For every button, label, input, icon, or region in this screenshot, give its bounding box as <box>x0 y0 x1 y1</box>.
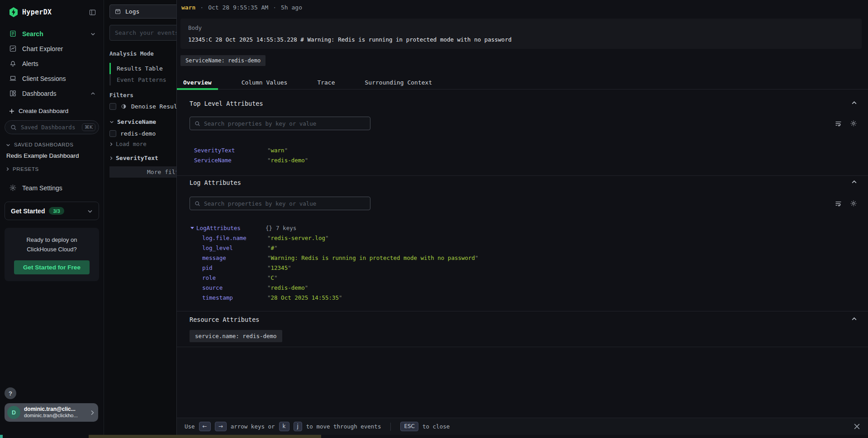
saved-dashboards-search[interactable]: Saved Dashboards ⌘K <box>5 120 99 134</box>
presets-group[interactable]: PRESETS <box>6 166 95 172</box>
attr-row[interactable]: role C <box>202 274 278 281</box>
sidebar-item-alerts[interactable]: Alerts <box>0 56 104 71</box>
help-button[interactable]: ? <box>5 387 16 399</box>
attr-key: pid <box>202 264 267 271</box>
attr-key: SeverityText <box>194 147 267 154</box>
chevron-right-icon <box>90 410 94 415</box>
search-results-icon <box>9 30 17 38</box>
load-more-link[interactable]: Load more <box>109 141 147 147</box>
chevron-right-icon <box>109 142 113 146</box>
plus-icon <box>9 108 14 114</box>
attr-key: timestamp <box>202 294 267 301</box>
sidebar: HyperDX Search Chart Explorer Alerts Cli… <box>0 0 104 438</box>
attr-row-severitytext[interactable]: SeverityText warn <box>194 147 288 154</box>
source-selector[interactable]: Logs <box>109 5 176 19</box>
more-filters-button[interactable]: More filters <box>109 166 176 178</box>
sidebar-item-chart-explorer[interactable]: Chart Explorer <box>0 41 104 56</box>
event-detail-drawer: warn · Oct 28 9:55:35 AM · 5h ago Body 1… <box>176 0 868 438</box>
top-level-attr-search-input[interactable] <box>204 120 365 127</box>
filter-group-servicename[interactable]: ServiceName <box>109 118 156 125</box>
attr-row[interactable]: source redis-demo <box>202 284 308 291</box>
sidebar-collapse-icon[interactable] <box>89 9 96 16</box>
attr-value: warn <box>267 147 288 154</box>
mode-results-table[interactable]: Results Table <box>109 63 166 74</box>
attr-row[interactable]: log_level # <box>202 245 278 251</box>
chevron-right-icon <box>109 156 113 160</box>
log-attributes-title: Log Attributes <box>190 179 241 186</box>
avatar: D <box>7 406 20 419</box>
close-drawer-icon[interactable] <box>854 423 860 430</box>
attr-value: Warning: Redis is running in protected m… <box>267 254 479 261</box>
resource-service-name-chip[interactable]: service.name: redis-demo <box>190 330 282 342</box>
denoise-label: Denoise Results <box>131 103 176 110</box>
filter-group-severitytext[interactable]: SeverityText <box>109 155 158 161</box>
denoise-results-toggle[interactable]: Denoise Results <box>109 103 176 110</box>
app-title: HyperDX <box>22 8 52 16</box>
body-label: Body <box>188 24 854 31</box>
mode-event-patterns[interactable]: Event Patterns <box>109 74 166 85</box>
user-menu[interactable]: D dominic.tran@clic... dominic.tran@clic… <box>5 403 98 422</box>
collapse-section-icon[interactable] <box>851 101 857 105</box>
saved-dashboards-label: SAVED DASHBOARDS <box>14 142 73 147</box>
get-started-free-button[interactable]: Get Started for Free <box>14 260 90 274</box>
event-relative-time: 5h ago <box>281 4 302 11</box>
events-search-input[interactable]: Search your events... <box>109 25 176 41</box>
presets-label: PRESETS <box>13 166 39 172</box>
attr-key: message <box>202 254 267 261</box>
tab-surrounding-context[interactable]: Surrounding Context <box>359 76 439 89</box>
hyperdx-logo-icon <box>9 7 18 17</box>
team-settings-button[interactable]: Team Settings <box>9 184 95 192</box>
sidebar-item-client-sessions[interactable]: Client Sessions <box>0 71 104 86</box>
log-attr-search[interactable] <box>190 197 370 210</box>
separator-dot: · <box>273 4 276 11</box>
get-started-expander[interactable]: Get Started 3/3 <box>5 202 99 220</box>
dashboard-link-redis-example[interactable]: Redis Example Dashboard <box>6 152 95 159</box>
top-level-attr-search[interactable] <box>190 117 370 130</box>
section-divider <box>177 311 868 311</box>
tab-overview[interactable]: Overview <box>177 76 218 89</box>
drawer-tabs: Overview Column Values Trace Surrounding… <box>177 76 868 89</box>
sidebar-item-search[interactable]: Search <box>0 26 104 41</box>
attr-row[interactable]: message Warning: Redis is running in pro… <box>202 254 479 261</box>
attr-row[interactable]: timestamp 28 Oct 2025 14:55:35 <box>202 294 342 301</box>
log-attributes-root-row[interactable]: LogAttributes {} 7 keys <box>190 225 296 231</box>
tab-trace[interactable]: Trace <box>311 76 341 89</box>
denoise-icon <box>120 103 127 110</box>
create-dashboard-label: Create Dashboard <box>19 108 68 114</box>
filter-option-redis-demo[interactable]: redis-demo <box>109 130 156 137</box>
settings-gear-icon[interactable] <box>850 120 857 127</box>
attr-row[interactable]: pid 12345 <box>202 264 291 271</box>
attr-row[interactable]: log.file.name redis-server.log <box>202 235 328 241</box>
search-icon <box>10 124 17 131</box>
collapse-section-icon[interactable] <box>851 317 857 321</box>
arrow-left-key: ← <box>199 422 211 431</box>
log-attr-search-input[interactable] <box>204 200 365 207</box>
j-key: j <box>294 422 302 431</box>
servicename-tag-chip[interactable]: ServiceName: redis-demo <box>180 55 266 66</box>
analysis-mode-options: Results Table Event Patterns <box>109 63 166 85</box>
attr-value: 12345 <box>267 264 291 271</box>
create-dashboard-button[interactable]: Create Dashboard <box>9 108 95 114</box>
attr-row-servicename[interactable]: ServiceName redis-demo <box>194 157 308 164</box>
tab-column-values[interactable]: Column Values <box>235 76 294 89</box>
saved-dashboards-group[interactable]: SAVED DASHBOARDS <box>6 142 95 147</box>
attr-value: C <box>267 274 278 281</box>
sidebar-item-dashboards[interactable]: Dashboards <box>0 86 104 101</box>
redis-demo-checkbox[interactable] <box>109 130 116 137</box>
collapse-section-icon[interactable] <box>851 180 857 184</box>
wrap-lines-icon[interactable] <box>835 200 842 207</box>
settings-gear-icon[interactable] <box>850 200 857 207</box>
events-search-placeholder: Search your events... <box>115 29 176 36</box>
sidebar-item-label: Client Sessions <box>22 75 66 82</box>
chevron-down-icon <box>87 209 93 213</box>
wrap-lines-icon[interactable] <box>835 120 842 127</box>
sidebar-spacer <box>0 281 104 387</box>
filter-option-label: redis-demo <box>120 130 156 137</box>
promo-line-2: ClickHouse Cloud? <box>10 245 94 254</box>
k-key: k <box>279 422 289 431</box>
sidebar-nav: Search Chart Explorer Alerts Client Sess… <box>0 26 104 101</box>
event-timestamp: Oct 28 9:55:35 AM <box>208 4 268 11</box>
denoise-checkbox[interactable] <box>109 103 116 110</box>
highlighted-row-strip <box>89 435 321 438</box>
sidebar-item-label: Alerts <box>22 60 38 67</box>
